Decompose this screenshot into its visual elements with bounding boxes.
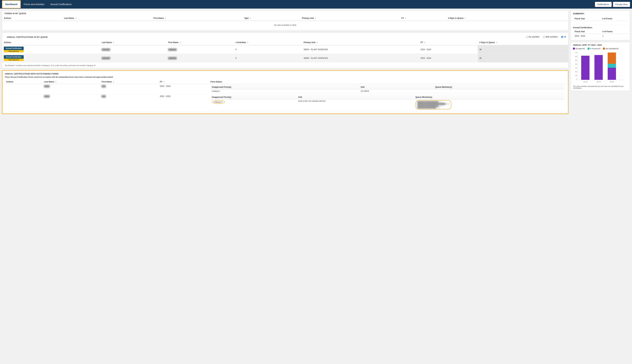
radio-all[interactable]: All: [561, 36, 566, 38]
ac-lastname-0: ██████: [100, 45, 167, 54]
col-actions[interactable]: Actions: [2, 16, 62, 21]
chart-title: ANNUAL CERT. FY 2023 - 2024: [573, 44, 627, 46]
inner-form-type-1: Category I: [210, 99, 297, 110]
ac-firstname-1: ██████: [167, 54, 234, 62]
sum-col-forms: # of Forms: [600, 16, 627, 21]
radio-no-label: No activities: [529, 36, 540, 38]
out-actions-0: [5, 84, 43, 94]
svg-text:30: 30: [575, 67, 577, 69]
forms-queue-title: FORMS IN MY QUEUE: [2, 11, 568, 16]
radio-all-input[interactable]: [561, 36, 563, 38]
ac-activities-1: 0: [234, 54, 302, 62]
summary-top-table: Fiscal Year # of Forms: [573, 16, 627, 25]
ac-col-activities[interactable]: # Activities ⇕: [234, 40, 302, 45]
col-lastname[interactable]: Last Name ⇕: [62, 16, 152, 21]
ac-action-cell-1: Annual Certification Dept Approver: [2, 54, 100, 62]
out-col-fy[interactable]: FY ▼: [158, 80, 209, 84]
col-type[interactable]: Type ⇕: [243, 16, 300, 21]
outstanding-forms-panel: ANNUAL CERTIFICATIONS WITH OUTSTANDING F…: [2, 70, 568, 114]
annual-cert-title: ANNUAL CERTIFICATIONS IN MY QUEUE: [5, 34, 50, 39]
ac-btn-1[interactable]: Annual Certification: [4, 55, 24, 59]
ac-col-firstname[interactable]: First Name ⇕: [167, 40, 234, 45]
legend-accepted: Accepted AC: [573, 48, 585, 50]
nav-forms[interactable]: Forms and Activities: [21, 1, 47, 8]
nav-dashboard[interactable]: Dashboard: [2, 0, 21, 8]
summary-title: SUMMARY:: [573, 12, 627, 15]
ac-btn-0[interactable]: Annual Certification: [4, 46, 24, 50]
sum-row-0: 2023 - 2024 2: [573, 34, 627, 38]
forms-queue-panel: FORMS IN MY QUEUE Actions Last Name ⇕ Fi…: [2, 10, 568, 30]
out-formstatus-1: Unapproved Form(s) Unit Queue Member(s) …: [209, 94, 566, 112]
out-lastname-1: ████: [43, 94, 100, 112]
dept-badge-1[interactable]: Dept Approver: [4, 59, 24, 61]
sort-icon-days: ▼: [464, 17, 466, 19]
inner-form-table-0: Unapproved Form(s) Unit Queue Member(s) …: [210, 85, 564, 93]
out-firstname-1: ███: [100, 94, 159, 112]
ac-activities-0: 0: [234, 45, 302, 54]
ac-col-primary-unit[interactable]: Primary Unit ⇕: [302, 40, 419, 45]
out-col-firstname[interactable]: First Name ⇕: [100, 80, 159, 84]
dept-badge-0[interactable]: Dept Approver: [4, 50, 24, 52]
ac-col-fy[interactable]: FY ⇕: [419, 40, 478, 45]
queue-member: ████████████████████████.edu): [417, 103, 449, 105]
col-fy[interactable]: FY ⇕: [400, 16, 446, 21]
forms-queue-table: Actions Last Name ⇕ First Name ⇕ Type ⇕ …: [2, 16, 568, 30]
notifications-button[interactable]: Notifications: [595, 2, 612, 7]
out-row-0-0: ████ ███ 2023 - 2024 Unapproved Form(s) …: [5, 84, 566, 94]
sum-empty-row: [573, 21, 627, 25]
bar-2324-accepted[interactable]: [608, 68, 616, 80]
col-days[interactable]: # Days in Queue ▼: [446, 16, 568, 21]
inner-queue-1: ██████████████████.edu)█████████████████…: [414, 99, 564, 110]
no-data-cell: No data available in table: [2, 21, 568, 30]
outstanding-title: ANNUAL CERTIFICATIONS WITH OUTSTANDING F…: [5, 73, 566, 75]
nav-certifications[interactable]: Annual Certifications: [47, 1, 74, 8]
out-col-actions[interactable]: Actions: [5, 80, 43, 84]
inner-queue-0: [434, 89, 564, 93]
sort-icon-unit: ⇕: [315, 17, 316, 19]
ac-col-actions[interactable]: Actions: [2, 40, 100, 45]
inner-form-table-1: Unapproved Form(s) Unit Queue Member(s) …: [210, 95, 564, 110]
sort-icon-ac-lastname: ⇕: [113, 42, 114, 44]
sort-icon-fy: ⇕: [405, 17, 406, 19]
forms-queue-table-wrap: Actions Last Name ⇕ First Name ⇕ Type ⇕ …: [2, 16, 568, 30]
radio-with-activities[interactable]: With activities: [543, 36, 558, 38]
bar-2223-accepted[interactable]: [594, 55, 603, 80]
col-primary-unit[interactable]: Primary Unit ⇕: [300, 16, 400, 21]
ac-row-1: Annual Certification Dept Approver █████…: [2, 54, 568, 62]
radio-no-input[interactable]: [526, 36, 528, 38]
sum-forms-0[interactable]: 2: [601, 34, 627, 38]
radio-with-input[interactable]: [543, 36, 545, 38]
faculty-view-button[interactable]: Faculty View: [613, 2, 630, 7]
inner-col-unapproved-1: Unapproved Form(s): [210, 95, 297, 99]
inner-col-unapproved-0: Unapproved Form(s): [210, 85, 359, 89]
ac-col-days[interactable]: # Days in Queue ▼: [478, 40, 568, 45]
bar-2122-accepted[interactable]: [581, 56, 589, 80]
ac-fy-1: 2023 - 2024: [419, 54, 478, 62]
queue-member: ██████████████████.com): [417, 105, 449, 106]
summary-content: SUMMARY: Fiscal Year # of Forms An: [571, 11, 630, 40]
navigation: Dashboard Forms and Activities Annual Ce…: [0, 0, 632, 8]
form-type-highlight-1: Category I: [212, 100, 225, 104]
annual-cert-summary-table: Fiscal Year # of Forms 2023 - 2024 2: [573, 30, 627, 38]
svg-text:'22-'23: '22-'23: [596, 81, 601, 82]
inner-form-row-0: Category I UC DAVIS: [210, 89, 564, 93]
chart-panel: ANNUAL CERT. FY 2023 - 2024 Accepted AC …: [570, 42, 630, 91]
col-firstname[interactable]: First Name ⇕: [152, 16, 243, 21]
main-layout: FORMS IN MY QUEUE Actions Last Name ⇕ Fi…: [0, 8, 632, 116]
legend-notsubmitted: Not Submitted AC: [603, 48, 618, 50]
out-formstatus-0: Unapproved Form(s) Unit Queue Member(s) …: [209, 84, 566, 94]
legend-inprocess-label: In Process AC: [590, 48, 600, 50]
svg-text:10: 10: [575, 75, 577, 76]
annual-cert-table-wrap: Actions Last Name ⇕ First Name ⇕ # Activ…: [2, 40, 568, 64]
bar-2324-notsubmitted[interactable]: [608, 52, 616, 64]
ac-sum-col-fy: Fiscal Year: [573, 30, 601, 34]
ac-lastname-1: ██████: [100, 54, 167, 62]
ac-col-lastname[interactable]: Last Name ⇕: [100, 40, 167, 45]
out-col-form-status: Form Status: [209, 80, 566, 84]
out-col-lastname[interactable]: Last Name ⇕: [43, 80, 100, 84]
chart-note: The chart excludes separated faculty who…: [573, 86, 627, 89]
radio-no-activities[interactable]: No activities: [526, 36, 540, 38]
svg-text:60: 60: [575, 56, 577, 57]
bar-2324-inprocess[interactable]: [608, 64, 616, 68]
inner-col-queue-1: Queue Member(s): [414, 95, 564, 99]
